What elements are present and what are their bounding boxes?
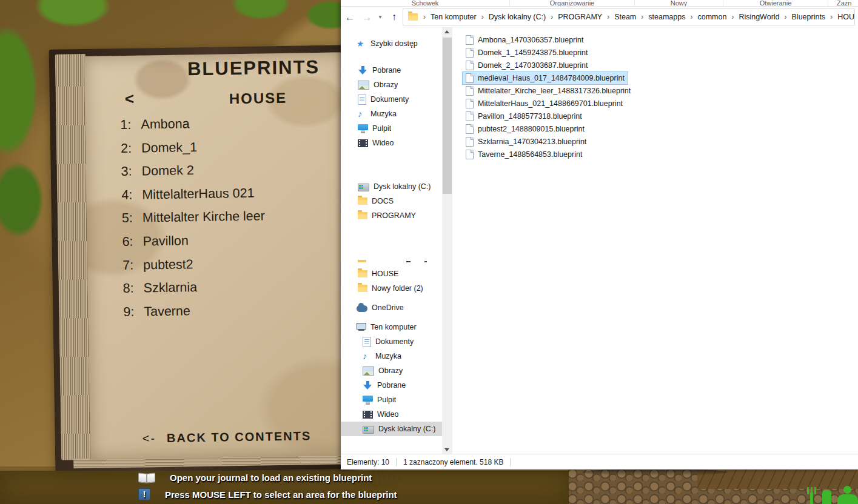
breadcrumb-segment[interactable]: Steam: [612, 13, 638, 21]
breadcrumb-segment[interactable]: Ten komputer: [429, 13, 478, 21]
file-row[interactable]: Mittelalter_Kirche_leer_1488317326.bluep…: [462, 84, 634, 98]
desktop-icon: [358, 124, 368, 133]
breadcrumb-chevron: ›: [728, 13, 737, 21]
file-row[interactable]: Szklarnia_1470304213.blueprint: [462, 135, 590, 148]
address-bar[interactable]: › Ten komputer › Dysk lokalny (C:) › PRO…: [403, 8, 855, 25]
download-icon: [358, 65, 368, 75]
breadcrumb-segment[interactable]: PROGRAMY: [556, 13, 604, 21]
file-icon: [466, 137, 474, 147]
hint-row-mouse: ! Press MOUSE LEFT to select an area for…: [138, 488, 397, 500]
status-separator: [396, 458, 397, 466]
folder-icon: [358, 212, 367, 219]
explorer-toolbar: ← → ▾ ↑ › Ten komputer › Dysk lokalny (C…: [341, 7, 858, 27]
scrollbar-thumb[interactable]: [443, 38, 452, 194]
book-item[interactable]: 4:MittelalterHaus 021: [121, 184, 334, 211]
breadcrumb-segment[interactable]: common: [695, 13, 728, 21]
book-item[interactable]: 8:Szklarnia: [123, 278, 336, 305]
book-item[interactable]: 7:pubtest2: [122, 254, 335, 281]
file-icon: [466, 99, 474, 108]
breadcrumb-chevron: ›: [687, 13, 695, 21]
sidebar-item-pc-documents[interactable]: Dokumenty: [341, 334, 442, 349]
file-row[interactable]: Domek_2_1470303687.blueprint: [462, 59, 591, 72]
sidebar-item-pc-local-disk[interactable]: Dysk lokalny (C:): [341, 422, 442, 436]
exclamation-icon: !: [138, 488, 150, 500]
book-blueprint-list: 1:Ambona 2:Domek_1 3:Domek 2 4:Mittelalt…: [120, 114, 335, 328]
sidebar-item-pc-videos[interactable]: Wideo: [341, 407, 442, 422]
sidebar-item-downloads[interactable]: Pobrane: [341, 63, 442, 78]
back-button-icon[interactable]: ←: [341, 12, 359, 22]
file-row[interactable]: Taverne_1488564853.blueprint: [462, 148, 586, 161]
back-arrow-glyph: <-: [142, 431, 156, 445]
file-icon: [466, 61, 474, 70]
hint-text: Press MOUSE LEFT to select an area for t…: [165, 489, 397, 500]
sidebar-item-music[interactable]: ♪ Muzyka: [341, 107, 442, 121]
sidebar-item-pictures[interactable]: Obrazy: [341, 78, 442, 92]
book-item[interactable]: 9:Taverne: [123, 301, 336, 328]
game-hud-status: [806, 486, 858, 504]
folder-icon: [358, 197, 367, 205]
drive-icon: [358, 184, 369, 191]
book-item[interactable]: 1:Ambona: [120, 114, 333, 141]
sidebar-item-videos[interactable]: Wideo: [341, 136, 442, 150]
drive-icon: [363, 426, 374, 434]
quick-access-star-icon: ★: [356, 39, 367, 48]
sidebar-item-programy-folder[interactable]: PROGRAMY: [341, 208, 442, 223]
book-item[interactable]: 3:Domek 2: [121, 161, 334, 188]
book-section-title: HOUSE: [229, 90, 287, 107]
sidebar-item-desktop[interactable]: Pulpit: [341, 121, 442, 136]
navigation-pane: ★ Szybki dostęp Pobrane Obrazy Dokumenty…: [341, 27, 442, 454]
file-row[interactable]: Pavillon_1488577318.blueprint: [462, 110, 586, 123]
status-separator: [510, 458, 511, 466]
file-icon: [466, 86, 474, 96]
file-row-selected[interactable]: medieval_Haus_017_1484784009.blueprint: [462, 71, 628, 85]
sidebar-item-docs-folder[interactable]: DOCS: [341, 194, 442, 208]
navigation-scrollbar[interactable]: [442, 27, 452, 454]
sidebar-item-pc-downloads[interactable]: Pobrane: [341, 378, 442, 393]
file-row[interactable]: MittelalterHaus_021_1488669701.blueprint: [462, 97, 626, 110]
breadcrumb-segment[interactable]: RisingWorld: [737, 13, 781, 21]
computer-icon: [357, 323, 366, 331]
ribbon-group-select: Zazn: [828, 0, 858, 6]
book-back-arrow[interactable]: <: [125, 90, 135, 108]
file-row[interactable]: Domek_1_1459243875.blueprint: [462, 46, 591, 59]
forward-button-icon[interactable]: →: [359, 12, 375, 22]
sidebar-item-this-pc[interactable]: Ten komputer: [341, 320, 442, 334]
sidebar-item-pc-music[interactable]: ♪ Muzyka: [341, 349, 442, 363]
documents-icon: [358, 94, 366, 105]
file-icon: [466, 48, 474, 58]
window-drop-shadow: [582, 469, 728, 476]
file-row[interactable]: Ambona_1470306357.blueprint: [462, 33, 587, 47]
book-item[interactable]: 6:Pavillon: [122, 231, 335, 258]
sidebar-item-local-disk-pinned[interactable]: Dysk lokalny (C:): [341, 179, 442, 194]
scroll-up-icon[interactable]: [442, 27, 452, 37]
up-button-icon[interactable]: ↑: [386, 12, 403, 22]
breadcrumb-chevron: ›: [420, 13, 429, 21]
breadcrumb-segment[interactable]: Blueprints: [790, 13, 828, 21]
address-folder-icon: [408, 13, 418, 21]
hint-text: Open your journal to load an existing bl…: [170, 472, 372, 483]
thirst-bottle-icon: [822, 490, 831, 504]
book-page: BLUEPRINTS < HOUSE 1:Ambona 2:Domek_1 3:…: [84, 52, 350, 460]
sidebar-item-pc-pictures[interactable]: Obrazy: [341, 363, 442, 378]
breadcrumb-segment[interactable]: steamapps: [646, 13, 687, 21]
back-to-contents-link[interactable]: <-BACK TO CONTENTS: [142, 429, 311, 445]
breadcrumb-segment[interactable]: HOUSE: [836, 13, 855, 21]
breadcrumb-segment[interactable]: Dysk lokalny (C:): [487, 13, 548, 21]
file-row[interactable]: pubtest2_1488809015.blueprint: [462, 122, 588, 136]
sidebar-item-onedrive[interactable]: OneDrive: [341, 300, 442, 315]
sidebar-item-pc-desktop[interactable]: Pulpit: [341, 393, 442, 407]
history-dropdown-icon[interactable]: ▾: [375, 14, 386, 20]
folder-icon: [358, 285, 367, 292]
breadcrumb-chevron: ›: [827, 13, 836, 21]
book-item[interactable]: 5:Mittelalter Kirche leer: [122, 208, 335, 234]
scroll-down-icon[interactable]: [442, 445, 452, 454]
sidebar-item-quick-access[interactable]: ★ Szybki dostęp: [341, 36, 442, 51]
selection-info: 1 zaznaczony element. 518 KB: [403, 458, 503, 466]
sidebar-item-house-folder[interactable]: HOUSE: [341, 267, 442, 281]
book-item[interactable]: 2:Domek_1: [121, 138, 333, 164]
book-title: BLUEPRINTS: [187, 56, 320, 80]
sidebar-item-documents[interactable]: Dokumenty: [341, 92, 442, 107]
ribbon-group-clipboard: Schowek: [341, 0, 510, 6]
sidebar-item-new-folder[interactable]: Nowy folder (2): [341, 281, 442, 296]
pictures-icon: [358, 81, 369, 90]
